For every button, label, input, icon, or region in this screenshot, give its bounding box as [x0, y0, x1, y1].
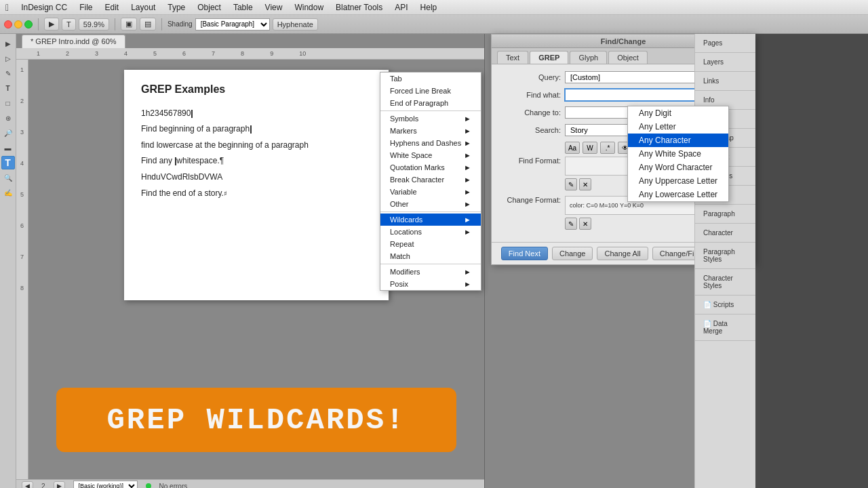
- tool-gradient[interactable]: ▬: [1, 141, 15, 155]
- panel-links[interactable]: Links: [701, 76, 750, 86]
- sc-posix[interactable]: Posix►: [380, 278, 481, 290]
- sc-white-space[interactable]: White Space►: [380, 149, 481, 161]
- menu-any-lowercase-letter[interactable]: Any Lowercase Letter: [628, 188, 728, 201]
- panel-section-paragraph: Paragraph: [695, 205, 755, 224]
- doc-tab[interactable]: * GREP Intro.indd @ 60%: [22, 35, 125, 48]
- menu-table[interactable]: Table: [228, 1, 258, 14]
- menu-any-digit[interactable]: Any Digit: [628, 106, 728, 120]
- doc-tab-label: * GREP Intro.indd @ 60%: [31, 37, 117, 45]
- menu-view[interactable]: View: [260, 1, 288, 14]
- menu-help[interactable]: Help: [415, 1, 443, 14]
- horizontal-ruler: 1 2 3 4 5 6 7 8 9 10: [16, 48, 484, 60]
- tool-hand[interactable]: ✍: [1, 186, 15, 199]
- mac-menu-bar:  InDesign CC File Edit Layout Type Obje…: [0, 0, 868, 15]
- change-format-style-btn[interactable]: ✎: [565, 218, 577, 230]
- ruler-marks: 1 2 3 4 5 6 7 8 9 10: [37, 50, 306, 57]
- next-page-btn[interactable]: ▶: [54, 481, 65, 488]
- close-btn[interactable]: [4, 20, 12, 28]
- tool-type-active[interactable]: T: [1, 156, 15, 169]
- view-preview[interactable]: ▤: [140, 18, 156, 30]
- whole-word-btn[interactable]: W: [583, 142, 597, 154]
- menu-any-letter[interactable]: Any Letter: [628, 120, 728, 134]
- tool-type[interactable]: T: [62, 18, 76, 30]
- menu-api[interactable]: API: [389, 1, 413, 14]
- menu-any-uppercase-letter[interactable]: Any Uppercase Letter: [628, 174, 728, 188]
- prev-page-btn[interactable]: ◀: [22, 481, 33, 488]
- sc-markers[interactable]: Markers►: [380, 125, 481, 137]
- minimize-btn[interactable]: [14, 20, 22, 28]
- panel-data-merge[interactable]: 📄 Data Merge: [701, 319, 750, 336]
- menu-any-word-character[interactable]: Any Word Character: [628, 161, 728, 174]
- tool-text[interactable]: T: [1, 81, 15, 95]
- sc-wildcards[interactable]: Wildcards►: [380, 214, 481, 226]
- panel-info[interactable]: Info: [701, 95, 750, 105]
- sc-match[interactable]: Match: [380, 250, 481, 262]
- regexp-btn[interactable]: .*: [600, 142, 615, 154]
- tool-frame[interactable]: □: [1, 96, 15, 110]
- panel-section-character: Character: [695, 224, 755, 243]
- find-format-clear-btn[interactable]: ✕: [579, 178, 591, 190]
- panel-character[interactable]: Character: [701, 228, 750, 238]
- panel-layers[interactable]: Layers: [701, 57, 750, 67]
- sc-locations[interactable]: Locations►: [380, 226, 481, 238]
- tab-glyph[interactable]: Glyph: [570, 51, 607, 64]
- tool-eyedropper[interactable]: 🔎: [1, 126, 15, 140]
- change-all-btn[interactable]: Change All: [597, 247, 648, 260]
- find-next-btn[interactable]: Find Next: [501, 247, 548, 260]
- sc-repeat[interactable]: Repeat: [380, 238, 481, 250]
- zoom-field[interactable]: 59.9%: [79, 18, 109, 30]
- menu-blatner[interactable]: Blatner Tools: [330, 1, 388, 14]
- sc-end-of-paragraph[interactable]: End of Paragraph: [380, 97, 481, 109]
- view-normal[interactable]: ▣: [121, 18, 137, 30]
- sc-symbols[interactable]: Symbols►: [380, 113, 481, 125]
- panel-paragraph[interactable]: Paragraph: [701, 209, 750, 219]
- case-sensitive-btn[interactable]: Aa: [565, 142, 580, 154]
- sc-quotation[interactable]: Quotation Marks►: [380, 161, 481, 174]
- menu-type[interactable]: Type: [162, 1, 191, 14]
- sc-variable[interactable]: Variable►: [380, 186, 481, 198]
- text-line-2: Find beginning of a paragraph: [141, 122, 372, 137]
- hyphenate-btn[interactable]: Hyphenate: [273, 18, 318, 30]
- style-select[interactable]: [Basic Paragraph]: [195, 18, 270, 30]
- panel-section-layers: Layers: [695, 53, 755, 72]
- panel-pages[interactable]: Pages: [701, 38, 750, 48]
- find-format-style-btn[interactable]: ✎: [565, 178, 577, 190]
- menu-edit[interactable]: Edit: [100, 1, 125, 14]
- style-dropdown-status[interactable]: [Basic (working)]: [73, 481, 138, 488]
- tool-pen[interactable]: ✎: [1, 66, 15, 80]
- panel-character-styles[interactable]: Character Styles: [701, 273, 750, 291]
- change-format-clear-btn[interactable]: ✕: [579, 218, 591, 230]
- change-btn[interactable]: Change: [552, 247, 593, 260]
- panel-scripts[interactable]: 📄 Scripts: [701, 300, 750, 310]
- tab-grep[interactable]: GREP: [530, 51, 568, 64]
- tool-transform[interactable]: ⊛: [1, 111, 15, 125]
- tool-direct-select[interactable]: ▷: [1, 52, 15, 65]
- cursor3: [175, 157, 176, 165]
- menu-any-character[interactable]: Any Character: [628, 134, 728, 147]
- sc-tab[interactable]: Tab: [380, 73, 481, 85]
- tool-select[interactable]: ▶: [44, 18, 59, 30]
- tab-bar: * GREP Intro.indd @ 60%: [16, 34, 484, 48]
- sc-modifiers[interactable]: Modifiers►: [380, 266, 481, 278]
- tool-arrow[interactable]: ▶: [1, 37, 15, 50]
- right-panel: Pages Layers Links Info Stroke Text Wrap: [694, 34, 755, 488]
- sc-other[interactable]: Other►: [380, 198, 481, 210]
- menu-file[interactable]: File: [74, 1, 98, 14]
- dialog-area: Find/Change Text GREP Glyph Object Query…: [484, 34, 755, 488]
- sc-break-character[interactable]: Break Character►: [380, 174, 481, 186]
- tab-object[interactable]: Object: [608, 51, 648, 64]
- menu-window[interactable]: Window: [289, 1, 329, 14]
- maximize-btn[interactable]: [24, 20, 33, 28]
- separator2: [380, 211, 481, 212]
- panel-paragraph-styles[interactable]: Paragraph Styles: [701, 247, 750, 264]
- panel-section-links: Links: [695, 72, 755, 91]
- menu-object[interactable]: Object: [192, 1, 226, 14]
- sc-hyphens[interactable]: Hyphens and Dashes►: [380, 137, 481, 149]
- menu-indesign[interactable]: InDesign CC: [16, 1, 73, 14]
- tool-zoom[interactable]: 🔍: [1, 171, 15, 184]
- tab-text[interactable]: Text: [497, 51, 528, 64]
- sc-forced-line-break[interactable]: Forced Line Break: [380, 85, 481, 97]
- menu-layout[interactable]: Layout: [125, 1, 161, 14]
- panel-section-pages: Pages: [695, 34, 755, 53]
- menu-any-white-space[interactable]: Any White Space: [628, 147, 728, 161]
